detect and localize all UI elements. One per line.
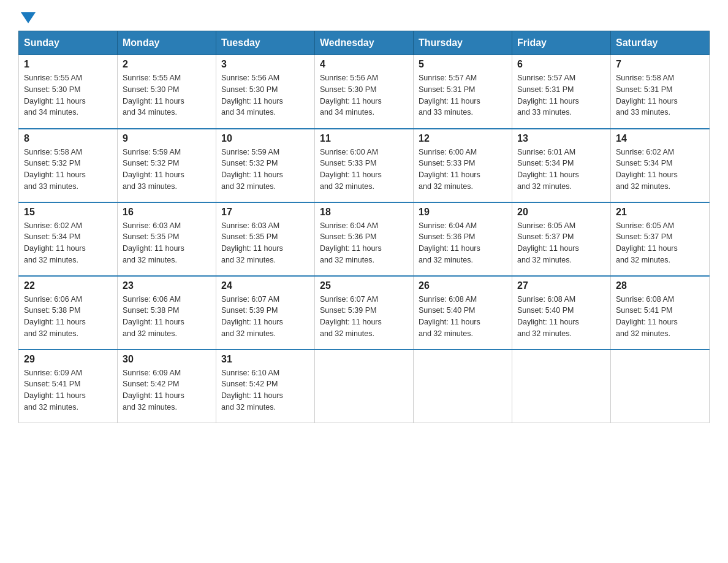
- day-number: 10: [221, 133, 309, 144]
- header-friday: Friday: [512, 31, 611, 55]
- day-info: Sunrise: 6:04 AM Sunset: 5:36 PM Dayligh…: [320, 220, 408, 266]
- logo: [18, 12, 36, 25]
- day-number: 20: [517, 207, 605, 218]
- calendar-cell: 11 Sunrise: 6:00 AM Sunset: 5:33 PM Dayl…: [315, 129, 414, 202]
- day-number: 25: [320, 280, 408, 291]
- calendar-cell: 5 Sunrise: 5:57 AM Sunset: 5:31 PM Dayli…: [414, 55, 512, 129]
- calendar-body: 1 Sunrise: 5:55 AM Sunset: 5:30 PM Dayli…: [19, 55, 710, 423]
- calendar-cell: 3 Sunrise: 5:56 AM Sunset: 5:30 PM Dayli…: [216, 55, 315, 129]
- day-info: Sunrise: 6:02 AM Sunset: 5:34 PM Dayligh…: [24, 220, 112, 266]
- day-number: 2: [123, 59, 211, 70]
- day-info: Sunrise: 5:55 AM Sunset: 5:30 PM Dayligh…: [123, 72, 211, 118]
- calendar-cell: 28 Sunrise: 6:08 AM Sunset: 5:41 PM Dayl…: [611, 276, 710, 350]
- day-number: 19: [419, 207, 507, 218]
- day-number: 16: [123, 207, 211, 218]
- calendar-cell: 18 Sunrise: 6:04 AM Sunset: 5:36 PM Dayl…: [315, 202, 414, 276]
- day-number: 11: [320, 133, 408, 144]
- calendar-cell: 14 Sunrise: 6:02 AM Sunset: 5:34 PM Dayl…: [611, 129, 710, 202]
- calendar-cell: 2 Sunrise: 5:55 AM Sunset: 5:30 PM Dayli…: [118, 55, 216, 129]
- day-info: Sunrise: 6:01 AM Sunset: 5:34 PM Dayligh…: [517, 147, 605, 193]
- header-monday: Monday: [118, 31, 216, 55]
- day-number: 26: [419, 280, 507, 291]
- calendar-cell: 6 Sunrise: 5:57 AM Sunset: 5:31 PM Dayli…: [512, 55, 611, 129]
- calendar-cell: 19 Sunrise: 6:04 AM Sunset: 5:36 PM Dayl…: [414, 202, 512, 276]
- calendar-cell: [512, 350, 611, 423]
- day-info: Sunrise: 5:59 AM Sunset: 5:32 PM Dayligh…: [123, 147, 211, 193]
- calendar-cell: 31 Sunrise: 6:10 AM Sunset: 5:42 PM Dayl…: [216, 350, 315, 423]
- day-info: Sunrise: 5:56 AM Sunset: 5:30 PM Dayligh…: [221, 72, 309, 118]
- day-number: 5: [419, 59, 507, 70]
- header-wednesday: Wednesday: [315, 31, 414, 55]
- day-info: Sunrise: 5:55 AM Sunset: 5:30 PM Dayligh…: [24, 72, 112, 118]
- day-info: Sunrise: 6:07 AM Sunset: 5:39 PM Dayligh…: [221, 294, 309, 340]
- week-row-5: 29 Sunrise: 6:09 AM Sunset: 5:41 PM Dayl…: [19, 350, 710, 423]
- calendar-cell: 16 Sunrise: 6:03 AM Sunset: 5:35 PM Dayl…: [118, 202, 216, 276]
- day-number: 17: [221, 207, 309, 218]
- calendar-cell: 13 Sunrise: 6:01 AM Sunset: 5:34 PM Dayl…: [512, 129, 611, 202]
- calendar-cell: 15 Sunrise: 6:02 AM Sunset: 5:34 PM Dayl…: [19, 202, 118, 276]
- logo-blue-text: [18, 12, 36, 25]
- day-number: 27: [517, 280, 605, 291]
- day-info: Sunrise: 6:06 AM Sunset: 5:38 PM Dayligh…: [123, 294, 211, 340]
- day-number: 3: [221, 59, 309, 70]
- day-number: 22: [24, 280, 112, 291]
- header-saturday: Saturday: [611, 31, 710, 55]
- day-info: Sunrise: 6:08 AM Sunset: 5:41 PM Dayligh…: [616, 294, 704, 340]
- day-info: Sunrise: 5:56 AM Sunset: 5:30 PM Dayligh…: [320, 72, 408, 118]
- calendar-cell: [611, 350, 710, 423]
- day-number: 18: [320, 207, 408, 218]
- calendar-cell: [315, 350, 414, 423]
- calendar-cell: 27 Sunrise: 6:08 AM Sunset: 5:40 PM Dayl…: [512, 276, 611, 350]
- day-info: Sunrise: 5:58 AM Sunset: 5:32 PM Dayligh…: [24, 147, 112, 193]
- day-number: 29: [24, 354, 112, 365]
- day-info: Sunrise: 6:08 AM Sunset: 5:40 PM Dayligh…: [419, 294, 507, 340]
- day-number: 28: [616, 280, 704, 291]
- day-info: Sunrise: 6:00 AM Sunset: 5:33 PM Dayligh…: [419, 147, 507, 193]
- calendar-header: SundayMondayTuesdayWednesdayThursdayFrid…: [19, 31, 710, 55]
- day-info: Sunrise: 6:03 AM Sunset: 5:35 PM Dayligh…: [123, 220, 211, 266]
- calendar-cell: 7 Sunrise: 5:58 AM Sunset: 5:31 PM Dayli…: [611, 55, 710, 129]
- day-number: 24: [221, 280, 309, 291]
- calendar-cell: [414, 350, 512, 423]
- header-thursday: Thursday: [414, 31, 512, 55]
- day-number: 21: [616, 207, 704, 218]
- day-number: 13: [517, 133, 605, 144]
- day-info: Sunrise: 6:08 AM Sunset: 5:40 PM Dayligh…: [517, 294, 605, 340]
- day-info: Sunrise: 5:59 AM Sunset: 5:32 PM Dayligh…: [221, 147, 309, 193]
- calendar-cell: 8 Sunrise: 5:58 AM Sunset: 5:32 PM Dayli…: [19, 129, 118, 202]
- calendar-cell: 24 Sunrise: 6:07 AM Sunset: 5:39 PM Dayl…: [216, 276, 315, 350]
- day-info: Sunrise: 6:02 AM Sunset: 5:34 PM Dayligh…: [616, 147, 704, 193]
- calendar-table: SundayMondayTuesdayWednesdayThursdayFrid…: [18, 31, 710, 423]
- calendar-cell: 30 Sunrise: 6:09 AM Sunset: 5:42 PM Dayl…: [118, 350, 216, 423]
- day-number: 30: [123, 354, 211, 365]
- day-number: 12: [419, 133, 507, 144]
- calendar-cell: 10 Sunrise: 5:59 AM Sunset: 5:32 PM Dayl…: [216, 129, 315, 202]
- week-row-3: 15 Sunrise: 6:02 AM Sunset: 5:34 PM Dayl…: [19, 202, 710, 276]
- day-info: Sunrise: 6:10 AM Sunset: 5:42 PM Dayligh…: [221, 367, 309, 413]
- week-row-4: 22 Sunrise: 6:06 AM Sunset: 5:38 PM Dayl…: [19, 276, 710, 350]
- day-number: 15: [24, 207, 112, 218]
- page-header: [18, 12, 710, 25]
- day-info: Sunrise: 6:05 AM Sunset: 5:37 PM Dayligh…: [517, 220, 605, 266]
- day-number: 14: [616, 133, 704, 144]
- day-info: Sunrise: 6:03 AM Sunset: 5:35 PM Dayligh…: [221, 220, 309, 266]
- calendar-cell: 9 Sunrise: 5:59 AM Sunset: 5:32 PM Dayli…: [118, 129, 216, 202]
- header-row: SundayMondayTuesdayWednesdayThursdayFrid…: [19, 31, 710, 55]
- calendar-cell: 22 Sunrise: 6:06 AM Sunset: 5:38 PM Dayl…: [19, 276, 118, 350]
- day-info: Sunrise: 6:09 AM Sunset: 5:41 PM Dayligh…: [24, 367, 112, 413]
- day-info: Sunrise: 5:57 AM Sunset: 5:31 PM Dayligh…: [419, 72, 507, 118]
- calendar-cell: 1 Sunrise: 5:55 AM Sunset: 5:30 PM Dayli…: [19, 55, 118, 129]
- header-tuesday: Tuesday: [216, 31, 315, 55]
- day-number: 23: [123, 280, 211, 291]
- day-info: Sunrise: 6:06 AM Sunset: 5:38 PM Dayligh…: [24, 294, 112, 340]
- day-number: 31: [221, 354, 309, 365]
- logo-triangle-icon: [21, 12, 36, 23]
- header-sunday: Sunday: [19, 31, 118, 55]
- day-info: Sunrise: 6:04 AM Sunset: 5:36 PM Dayligh…: [419, 220, 507, 266]
- week-row-1: 1 Sunrise: 5:55 AM Sunset: 5:30 PM Dayli…: [19, 55, 710, 129]
- day-info: Sunrise: 5:57 AM Sunset: 5:31 PM Dayligh…: [517, 72, 605, 118]
- day-info: Sunrise: 6:05 AM Sunset: 5:37 PM Dayligh…: [616, 220, 704, 266]
- calendar-cell: 12 Sunrise: 6:00 AM Sunset: 5:33 PM Dayl…: [414, 129, 512, 202]
- calendar-cell: 20 Sunrise: 6:05 AM Sunset: 5:37 PM Dayl…: [512, 202, 611, 276]
- calendar-cell: 23 Sunrise: 6:06 AM Sunset: 5:38 PM Dayl…: [118, 276, 216, 350]
